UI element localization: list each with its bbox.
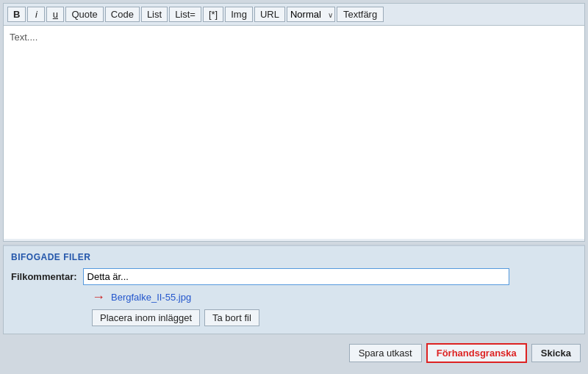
file-buttons-row: Placera inom inlägget Ta bort fil [92,309,577,326]
remove-file-button[interactable]: Ta bort fil [204,309,259,326]
preview-button[interactable]: Förhandsgranska [426,343,527,363]
place-in-post-button[interactable]: Placera inom inlägget [92,309,200,326]
url-button[interactable]: URL [254,7,285,22]
bold-button[interactable]: B [7,7,26,22]
underline-button[interactable]: u [46,7,64,22]
file-comment-input[interactable] [83,268,509,285]
bottom-bar: Spara utkast Förhandsgranska Skicka [0,337,588,369]
editor-toolbar: B i u Quote Code List List= [*] Img URL … [4,4,584,26]
list-button[interactable]: List [141,7,168,22]
editor-textarea[interactable] [4,26,584,239]
list-equal-button[interactable]: List= [169,7,201,22]
bifogade-filer-section: BIFOGADE FILER Filkommentar: → Bergfalke… [3,245,585,334]
format-select[interactable]: Normal [287,7,335,22]
save-draft-button[interactable]: Spara utkast [349,344,422,362]
send-button[interactable]: Skicka [531,344,581,362]
file-row: → Bergfalke_II-55.jpg [92,290,577,305]
arrow-right-icon: → [92,290,105,305]
file-link[interactable]: Bergfalke_II-55.jpg [111,292,191,303]
bracket-button[interactable]: [*] [203,7,223,22]
bifogade-title: BIFOGADE FILER [11,252,577,262]
textfarg-button[interactable]: Textfärg [337,7,384,22]
italic-button[interactable]: i [27,7,45,22]
file-comment-label: Filkommentar: [11,271,77,282]
code-button[interactable]: Code [105,7,140,22]
img-button[interactable]: Img [225,7,253,22]
file-comment-row: Filkommentar: [11,268,577,285]
quote-button[interactable]: Quote [65,7,103,22]
format-select-wrapper: Normal [287,7,335,22]
